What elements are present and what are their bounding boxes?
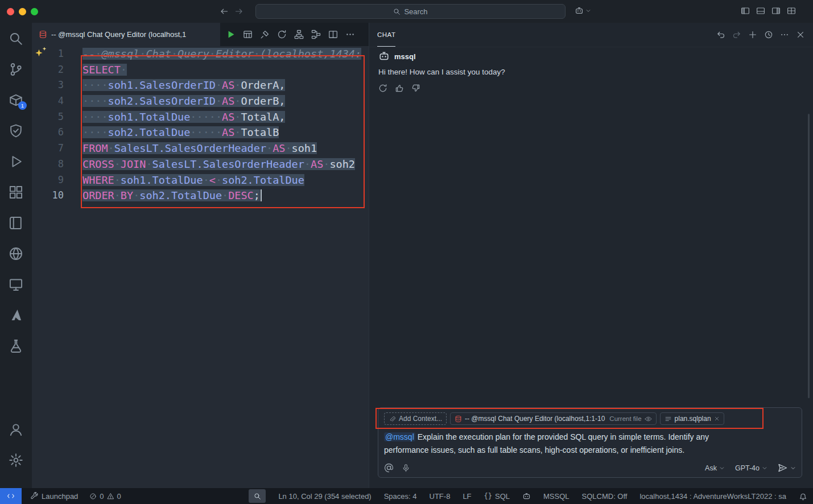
chat-history-icon[interactable]	[764, 30, 773, 39]
chat-prompt-input[interactable]: @mssql Explain the execution plan for th…	[384, 431, 755, 463]
code-line-7[interactable]: FROM·SalesLT.SalesOrderHeader·AS·soh1	[82, 141, 369, 156]
model-selector[interactable]: GPT-4o	[735, 464, 767, 472]
send-options-chevron[interactable]	[790, 465, 796, 471]
eol-item[interactable]: LF	[463, 492, 471, 501]
thumbs-up-icon[interactable]	[395, 84, 404, 93]
navigate-back-icon[interactable]	[220, 7, 229, 16]
run-query-icon[interactable]	[226, 30, 236, 39]
activity-azure-icon[interactable]	[9, 308, 23, 323]
connection-item[interactable]: localhost,1434 : AdventureWorksLT2022 : …	[639, 492, 786, 501]
code-content: --·@mssql·Chat·Query·Editor·(localhost,1…	[82, 46, 369, 204]
chat-panel-title[interactable]: CHAT	[377, 23, 395, 47]
thumbs-down-icon[interactable]	[411, 84, 420, 93]
magnifier-icon	[254, 493, 261, 500]
activity-notebooks-icon[interactable]	[9, 216, 23, 230]
code-line-5[interactable]: ····soh1.TotalDue·····AS·TotalA,	[82, 109, 369, 125]
chevron-down-icon	[719, 465, 725, 471]
code-line-1[interactable]: --·@mssql·Chat·Query·Editor·(localhost,1…	[82, 46, 369, 62]
activity-github-icon[interactable]	[9, 246, 23, 261]
toggle-secondary-sidebar-icon[interactable]	[771, 6, 781, 15]
voice-input-button[interactable]	[402, 464, 410, 472]
warnings-icon	[107, 493, 114, 500]
show-schema-icon[interactable]	[294, 30, 304, 39]
results-grid-icon[interactable]	[243, 30, 253, 39]
close-window-button[interactable]	[7, 8, 14, 15]
remote-icon	[7, 492, 15, 500]
chat-new-chat-icon[interactable]	[748, 30, 757, 39]
indentation-label: Spaces: 4	[384, 492, 417, 501]
line-number: 6	[32, 125, 67, 141]
context-plan-chip[interactable]: plan.sqlplan	[660, 412, 724, 425]
launchpad-item[interactable]: Launchpad	[31, 492, 78, 501]
chat-message-list: mssql Hi there! How can I assist you tod…	[369, 47, 813, 93]
send-button[interactable]	[778, 463, 787, 473]
sqlcmd-item[interactable]: SQLCMD: Off	[582, 492, 628, 501]
minimize-window-button[interactable]	[19, 8, 26, 15]
remote-indicator[interactable]	[0, 488, 22, 504]
code-line-8[interactable]: CROSS·JOIN·SalesLT.SalesOrderHeader·AS·s…	[82, 156, 369, 172]
activity-search-icon[interactable]	[9, 31, 23, 46]
toggle-primary-sidebar-icon[interactable]	[741, 6, 750, 15]
activity-run-debug-icon[interactable]	[9, 154, 23, 169]
activity-source-control-icon[interactable]	[9, 62, 23, 77]
layout-controls	[741, 6, 796, 15]
chat-redo-icon[interactable]	[732, 30, 741, 39]
code-line-9[interactable]: WHERE·soh1.TotalDue·<·soh2.TotalDue	[82, 172, 369, 188]
activity-references-icon[interactable]: 1	[9, 93, 23, 108]
change-connection-icon[interactable]	[277, 30, 287, 39]
notifications-item[interactable]	[799, 492, 807, 501]
problems-item[interactable]: 0 0	[89, 492, 121, 501]
zoom-indicator[interactable]	[249, 489, 266, 503]
tab-title: -- @mssql Chat Query Editor (localhost,1	[51, 30, 186, 39]
code-line-3[interactable]: ····soh1.SalesOrderID·AS·OrderA,	[82, 77, 369, 93]
navigate-forward-icon[interactable]	[234, 7, 244, 16]
more-actions-icon[interactable]	[345, 30, 355, 39]
eye-icon[interactable]	[645, 415, 652, 423]
code-line-6[interactable]: ····soh2.TotalDue·····AS·TotalB	[82, 125, 369, 141]
command-center-search[interactable]: Search	[255, 4, 566, 19]
maximize-window-button[interactable]	[31, 8, 38, 15]
code-line-10[interactable]: ORDER·BY·soh2.TotalDue·DESC;	[82, 188, 369, 204]
code-editor[interactable]: 12345678910 --·@mssql·Chat·Query·Editor·…	[32, 46, 369, 488]
activity-remote-explorer-icon[interactable]	[9, 277, 23, 292]
mention-button[interactable]	[384, 463, 394, 473]
mssql-item[interactable]: MSSQL	[543, 492, 569, 501]
context-file-chip[interactable]: -- @mssql Chat Query Editor (localhost,1…	[450, 412, 657, 425]
chat-undo-icon[interactable]	[716, 30, 725, 39]
activity-testing-icon[interactable]	[9, 123, 23, 138]
code-line-2[interactable]: SELECT·	[82, 62, 369, 78]
copilot-status-icon	[522, 492, 531, 501]
activity-database-projects-icon[interactable]	[9, 338, 23, 353]
code-line-4[interactable]: ····soh2.SalesOrderID·AS·OrderB,	[82, 93, 369, 109]
activity-settings-icon[interactable]	[9, 453, 23, 468]
cursor-position-item[interactable]: Ln 10, Col 29 (354 selected)	[278, 492, 371, 501]
add-context-button[interactable]: Add Context...	[384, 412, 447, 425]
line-number: 1	[32, 46, 67, 62]
disconnect-icon[interactable]	[260, 30, 270, 39]
remove-context-icon[interactable]	[714, 416, 720, 422]
line-number: 10	[32, 188, 67, 204]
split-editor-icon[interactable]	[328, 30, 338, 39]
query-plan-icon[interactable]	[311, 30, 321, 39]
sqlcmd-label: SQLCMD: Off	[582, 492, 628, 501]
chat-more-icon[interactable]	[780, 30, 789, 39]
mode-selector[interactable]: Ask	[705, 464, 725, 472]
chat-scrollbar[interactable]	[808, 114, 810, 398]
toggle-panel-icon[interactable]	[756, 6, 765, 15]
search-icon	[393, 8, 401, 15]
prompt-text: Explain the execution plan for the provi…	[384, 432, 709, 455]
activity-extensions-icon[interactable]	[9, 185, 23, 200]
copilot-status-item[interactable]	[522, 492, 531, 501]
editor-tab-active[interactable]: -- @mssql Chat Query Editor (localhost,1	[32, 23, 220, 46]
activity-accounts-icon[interactable]	[9, 422, 23, 437]
regenerate-icon[interactable]	[378, 84, 387, 93]
encoding-item[interactable]: UTF-8	[430, 492, 451, 501]
mssql-mention[interactable]: @mssql	[384, 432, 415, 441]
indentation-item[interactable]: Spaces: 4	[384, 492, 417, 501]
text-cursor	[261, 189, 262, 201]
copilot-menu-button[interactable]	[575, 6, 591, 15]
chat-close-icon[interactable]	[796, 30, 805, 39]
customize-layout-icon[interactable]	[787, 6, 796, 15]
language-mode-item[interactable]: {} SQL	[484, 492, 510, 501]
send-group	[778, 463, 796, 473]
